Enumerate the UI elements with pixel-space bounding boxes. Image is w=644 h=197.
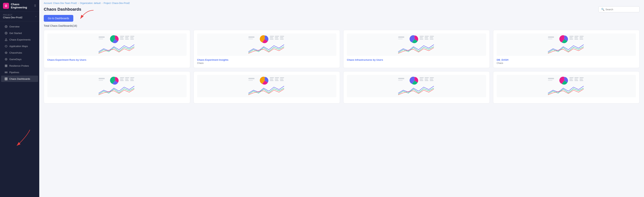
card-preview-8 (497, 75, 636, 97)
sidebar-item-overview[interactable]: Overview (1, 23, 38, 30)
project-selector[interactable]: PROJECT Chaos-Dev-Prod2 › (0, 12, 39, 21)
svg-rect-68 (120, 77, 124, 78)
search-box: 🔍 (598, 6, 640, 12)
search-input[interactable] (606, 8, 637, 11)
project-name: Chaos-Dev-Prod2 (3, 16, 36, 19)
svg-rect-100 (430, 80, 434, 81)
svg-rect-34 (270, 39, 274, 39)
dashboard-card-6[interactable] (194, 71, 340, 103)
card-tag-2: Chaos (197, 62, 336, 64)
svg-rect-22 (120, 39, 124, 39)
sidebar-title: Chaos Engineering (11, 2, 32, 9)
svg-rect-33 (270, 37, 273, 38)
svg-point-2 (6, 26, 6, 27)
go-to-dashboards-button[interactable]: Go to Dashboards (44, 15, 73, 22)
svg-rect-65 (98, 78, 105, 79)
dashboard-card-5[interactable] (44, 71, 190, 103)
search-icon: 🔍 (601, 8, 604, 11)
svg-rect-24 (125, 37, 128, 38)
svg-rect-35 (275, 36, 279, 37)
sidebar-item-chaos-dashboards[interactable]: Chaos Dashboards (1, 76, 38, 82)
svg-rect-81 (270, 79, 273, 80)
sidebar-item-label-pipelines: Pipelines (9, 71, 19, 74)
svg-rect-17 (98, 36, 105, 38)
svg-rect-29 (248, 36, 254, 38)
chaos-dashboards-icon (4, 77, 8, 80)
sidebar-item-label-overview: Overview (9, 25, 20, 28)
svg-rect-40 (280, 39, 284, 39)
svg-rect-49 (425, 39, 428, 39)
card-name-3[interactable]: Chaos Infrastructures by Users (347, 58, 486, 61)
cards-area: Chaos Experiment Runs by Users Chaos Exp… (39, 30, 644, 197)
svg-rect-48 (425, 37, 428, 38)
card-name-1[interactable]: Chaos Experiment Runs by Users (47, 58, 186, 61)
svg-rect-44 (420, 36, 424, 37)
svg-rect-7 (6, 65, 7, 66)
dashboard-card-7[interactable] (343, 71, 490, 103)
svg-rect-83 (275, 77, 279, 78)
sidebar-item-label-application-maps: Application Maps (9, 45, 28, 48)
svg-rect-37 (275, 39, 278, 39)
sidebar-item-label-resilience-probes: Resilience Probes (9, 64, 29, 67)
svg-rect-102 (548, 80, 552, 81)
svg-rect-59 (574, 36, 578, 37)
svg-rect-94 (420, 80, 423, 81)
svg-rect-97 (425, 80, 428, 81)
svg-rect-112 (580, 80, 583, 81)
sidebar-item-get-started[interactable]: Get Started (1, 30, 38, 36)
card-name-2[interactable]: Chaos Experiment Insights (197, 58, 336, 61)
svg-point-0 (6, 5, 6, 6)
svg-rect-73 (125, 80, 129, 81)
svg-rect-30 (248, 38, 253, 39)
svg-rect-76 (130, 80, 134, 81)
grid-icon[interactable]: ⠿ (34, 4, 36, 8)
svg-rect-82 (270, 80, 274, 81)
svg-rect-64 (580, 39, 583, 39)
svg-rect-26 (130, 36, 134, 37)
get-started-icon (4, 31, 8, 34)
breadcrumb-account[interactable]: Account: Chaos Dev Team Prod2 (44, 2, 77, 4)
svg-rect-105 (570, 79, 572, 80)
chaoshubs-icon (4, 51, 8, 54)
logo (3, 3, 9, 9)
svg-rect-80 (270, 77, 274, 78)
svg-rect-101 (548, 78, 554, 79)
card-name-4[interactable]: DB_DASH (497, 58, 636, 61)
dashboard-card-2[interactable]: Chaos Experiment InsightsChaos (194, 30, 340, 68)
sidebar-item-application-maps[interactable]: Application Maps (1, 43, 38, 49)
sidebar-item-label-chaos-experiments: Chaos Experiments (9, 38, 30, 41)
svg-rect-62 (580, 36, 584, 37)
svg-rect-84 (275, 79, 278, 80)
svg-rect-32 (270, 36, 274, 37)
breadcrumb-project[interactable]: Project: Chaos-Dev-Prod2 (104, 2, 130, 4)
sidebar-item-gamedays[interactable]: GameDays (1, 56, 38, 62)
svg-rect-36 (275, 37, 278, 38)
dashboard-card-1[interactable]: Chaos Experiment Runs by Users (44, 30, 190, 68)
svg-rect-52 (430, 39, 434, 39)
breadcrumb-org[interactable]: Organization: default (80, 2, 100, 4)
svg-rect-108 (574, 79, 578, 80)
svg-rect-77 (248, 78, 254, 79)
sidebar-item-pipelines[interactable]: Pipelines (1, 69, 38, 75)
svg-rect-9 (6, 66, 7, 67)
svg-rect-50 (430, 36, 434, 37)
svg-rect-72 (125, 79, 128, 80)
svg-rect-53 (548, 36, 554, 38)
svg-rect-69 (120, 79, 123, 80)
svg-rect-51 (430, 37, 433, 38)
svg-rect-20 (120, 36, 124, 37)
dashboard-card-4[interactable]: DB_DASHChaos (493, 30, 640, 68)
svg-rect-61 (574, 39, 578, 39)
svg-rect-71 (125, 77, 129, 78)
application-maps-icon (4, 45, 8, 48)
dashboard-card-3[interactable]: Chaos Infrastructures by Users (343, 30, 490, 68)
sidebar-item-chaos-experiments[interactable]: Chaos Experiments (1, 36, 38, 43)
svg-rect-96 (425, 79, 428, 80)
pipelines-icon (4, 71, 8, 74)
gamedays-icon (4, 58, 8, 61)
dashboard-card-8[interactable] (493, 71, 640, 103)
main-content: Account: Chaos Dev Team Prod2 › Organiza… (39, 0, 644, 197)
sidebar-item-resilience-probes[interactable]: Resilience Probes (1, 63, 38, 69)
svg-rect-70 (120, 80, 124, 81)
sidebar-item-chaoshubs[interactable]: ChaosHubs (1, 49, 38, 56)
